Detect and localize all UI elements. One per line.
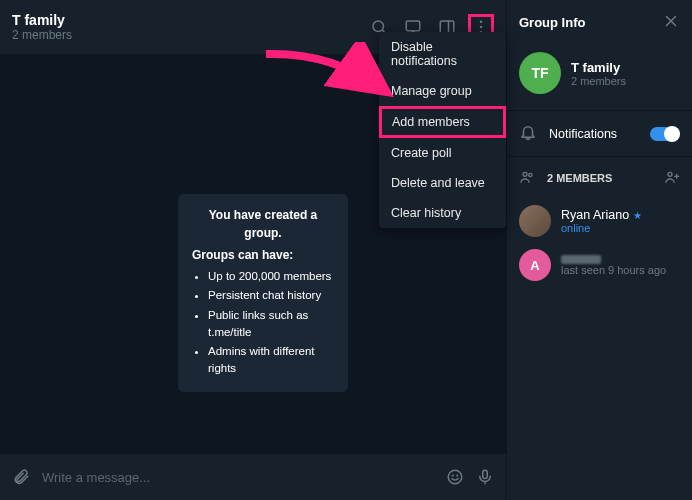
info-bullet: Admins with different rights [208,343,334,378]
group-info-panel: Group Info TF T family 2 members Notific… [506,0,692,500]
close-icon[interactable] [662,12,680,33]
svg-point-9 [452,475,453,476]
member-status: online [561,222,642,234]
info-subtitle: Groups can have: [192,246,334,264]
member-name: Ryan Ariano★ [561,208,642,222]
member-name [561,255,666,264]
svg-point-16 [668,172,672,176]
attach-icon[interactable] [12,468,30,486]
group-avatar: TF [519,52,561,94]
member-row[interactable]: A last seen 9 hours ago [507,243,692,287]
notifications-label: Notifications [549,127,638,141]
svg-point-8 [448,470,462,484]
avatar [519,205,551,237]
svg-point-14 [523,172,527,176]
member-row[interactable]: Ryan Ariano★ online [507,199,692,243]
group-member-count: 2 members [571,75,626,87]
svg-rect-11 [483,470,488,478]
avatar: A [519,249,551,281]
group-summary[interactable]: TF T family 2 members [507,44,692,110]
info-bullet: Persistent chat history [208,287,334,304]
info-created-text: You have created a group. [192,206,334,242]
menu-item-clear-history[interactable]: Clear history [379,198,506,228]
group-created-card: You have created a group. Groups can hav… [178,194,348,392]
svg-rect-2 [406,21,420,31]
notifications-row[interactable]: Notifications [507,110,692,157]
info-bullet: Public links such as t.me/title [208,307,334,342]
chat-title: T family [12,12,366,28]
chat-subtitle: 2 members [12,28,366,42]
menu-item-delete-leave[interactable]: Delete and leave [379,168,506,198]
svg-point-15 [529,173,532,176]
svg-point-10 [457,475,458,476]
chat-title-block[interactable]: T family 2 members [12,12,366,42]
member-status: last seen 9 hours ago [561,264,666,276]
bell-icon [519,123,537,144]
message-composer [0,454,506,500]
emoji-icon[interactable] [446,468,464,486]
members-header: 2 MEMBERS [547,172,612,184]
svg-point-6 [480,26,483,29]
members-icon [519,169,535,187]
mic-icon[interactable] [476,468,494,486]
group-name: T family [571,60,626,75]
panel-title: Group Info [519,15,662,30]
menu-item-create-poll[interactable]: Create poll [379,138,506,168]
add-member-icon[interactable] [664,169,680,187]
notifications-toggle[interactable] [650,127,680,141]
svg-point-5 [480,20,483,23]
message-input[interactable] [42,470,434,485]
info-bullet: Up to 200,000 members [208,268,334,285]
star-icon: ★ [633,210,642,221]
annotation-arrow [261,42,411,112]
